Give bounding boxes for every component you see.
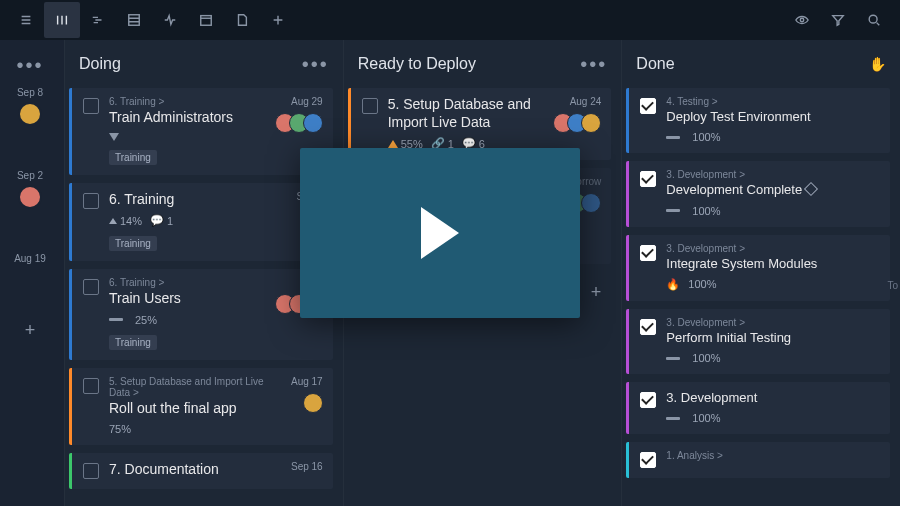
card-title: Roll out the final app <box>109 400 285 418</box>
priority-low-icon <box>109 133 119 141</box>
add-icon[interactable]: + <box>16 316 44 344</box>
view-timeline-icon[interactable] <box>80 2 116 38</box>
card-title: Train Users <box>109 290 269 308</box>
tag[interactable]: Training <box>109 150 157 165</box>
avatar[interactable] <box>18 185 42 209</box>
progress-bar-icon <box>666 357 680 360</box>
search-icon[interactable] <box>856 2 892 38</box>
column-done: Done ✋ 4. Testing > Deploy Test Environm… <box>621 40 900 506</box>
gutter-date: Sep 2 <box>17 170 43 181</box>
task-card[interactable]: 4. Testing > Deploy Test Environment 100… <box>626 88 890 153</box>
task-card[interactable]: 6. Training > Train Users 25% Training S… <box>69 269 333 360</box>
checkbox[interactable] <box>83 463 99 479</box>
percent: 100% <box>692 131 720 143</box>
card-title: Integrate System Modules <box>666 256 880 272</box>
task-card[interactable]: 5. Setup Database and Import Live Data >… <box>69 368 333 446</box>
card-title: 6. Training <box>109 191 291 209</box>
card-due: Aug 24 <box>570 96 602 107</box>
checkbox[interactable] <box>83 98 99 114</box>
column-title: Done <box>636 55 869 73</box>
card-breadcrumb: 1. Analysis > <box>666 450 880 461</box>
card-breadcrumb: 6. Training > <box>109 277 269 288</box>
watch-icon[interactable] <box>784 2 820 38</box>
flame-icon: 🔥 <box>666 278 680 291</box>
card-breadcrumb: 4. Testing > <box>666 96 880 107</box>
task-card[interactable]: 6. Training > Train Administrators Train… <box>69 88 333 175</box>
progress-bar-icon <box>666 209 680 212</box>
percent: 14% <box>120 215 142 227</box>
expand-icon <box>109 218 117 224</box>
task-card[interactable]: 3. Development > Perform Initial Testing… <box>626 309 890 374</box>
svg-point-3 <box>869 15 877 23</box>
checkbox[interactable] <box>83 378 99 394</box>
svg-point-2 <box>800 18 804 22</box>
checkbox[interactable] <box>83 193 99 209</box>
checkbox[interactable] <box>362 98 378 114</box>
view-board-icon[interactable] <box>44 2 80 38</box>
progress-bar-icon <box>109 318 123 321</box>
checkbox-checked[interactable] <box>640 245 656 261</box>
card-due: Sep 16 <box>291 461 323 472</box>
plus-icon: + <box>591 282 602 303</box>
task-card[interactable]: 1. Analysis > <box>626 442 890 478</box>
assignees[interactable] <box>553 113 601 133</box>
tag[interactable]: Training <box>109 236 157 251</box>
card-breadcrumb: 3. Development > <box>666 243 880 254</box>
progress-bar-icon <box>666 417 680 420</box>
priority-high-icon <box>388 140 398 148</box>
task-card[interactable]: 3. Development > Integrate System Module… <box>626 235 890 301</box>
percent: 100% <box>692 412 720 424</box>
checkbox[interactable] <box>83 279 99 295</box>
view-list-icon[interactable] <box>8 2 44 38</box>
assignees[interactable] <box>275 113 323 133</box>
checkbox-checked[interactable] <box>640 452 656 468</box>
column-menu-icon[interactable]: ••• <box>580 53 607 76</box>
left-gutter: ••• Sep 8 Sep 2 Aug 19 + <box>0 40 64 506</box>
svg-rect-1 <box>201 16 212 26</box>
task-card[interactable]: 3. Development 100% <box>626 382 890 434</box>
card-breadcrumb: 3. Development > <box>666 169 880 180</box>
checkbox-checked[interactable] <box>640 171 656 187</box>
column-menu-icon[interactable]: ••• <box>302 53 329 76</box>
checkbox-checked[interactable] <box>640 392 656 408</box>
card-breadcrumb: 6. Training > <box>109 96 269 107</box>
task-card[interactable]: 3. Development > Development Complete 10… <box>626 161 890 226</box>
gutter-menu-icon[interactable]: ••• <box>16 48 43 79</box>
gutter-date: Sep 8 <box>17 87 43 98</box>
assignees[interactable] <box>303 393 323 413</box>
card-title: 3. Development <box>666 390 880 406</box>
avatar[interactable] <box>18 102 42 126</box>
percent: 75% <box>109 423 131 435</box>
card-title: 5. Setup Database and Import Live Data <box>388 96 548 131</box>
add-view-icon[interactable] <box>260 2 296 38</box>
card-title: 7. Documentation <box>109 461 285 479</box>
cutoff-label: To <box>887 280 898 291</box>
gutter-date: Aug 19 <box>14 253 46 264</box>
view-file-icon[interactable] <box>224 2 260 38</box>
percent: 25% <box>135 314 157 326</box>
checkbox-checked[interactable] <box>640 319 656 335</box>
play-icon <box>421 207 459 259</box>
checkbox-checked[interactable] <box>640 98 656 114</box>
filter-icon[interactable] <box>820 2 856 38</box>
percent: 100% <box>692 205 720 217</box>
video-play-overlay[interactable] <box>300 148 580 318</box>
card-due: Aug 29 <box>291 96 323 107</box>
column-title: Ready to Deploy <box>358 55 581 73</box>
view-activity-icon[interactable] <box>152 2 188 38</box>
tag[interactable]: Training <box>109 335 157 350</box>
view-calendar-icon[interactable] <box>188 2 224 38</box>
task-card[interactable]: 7. Documentation Sep 16 <box>69 453 333 489</box>
card-title: Development Complete <box>666 182 880 198</box>
card-title: Perform Initial Testing <box>666 330 880 346</box>
card-due: Aug 17 <box>291 376 323 387</box>
percent: 100% <box>692 352 720 364</box>
view-grid-icon[interactable] <box>116 2 152 38</box>
grab-icon[interactable]: ✋ <box>869 56 886 72</box>
task-card[interactable]: 6. Training 14% 💬 1 Training Sep 2 <box>69 183 333 262</box>
comments-icon[interactable]: 💬 1 <box>150 214 173 227</box>
svg-rect-0 <box>129 15 140 26</box>
card-title: Train Administrators <box>109 109 269 127</box>
milestone-icon <box>804 182 818 196</box>
progress-bar-icon <box>666 136 680 139</box>
